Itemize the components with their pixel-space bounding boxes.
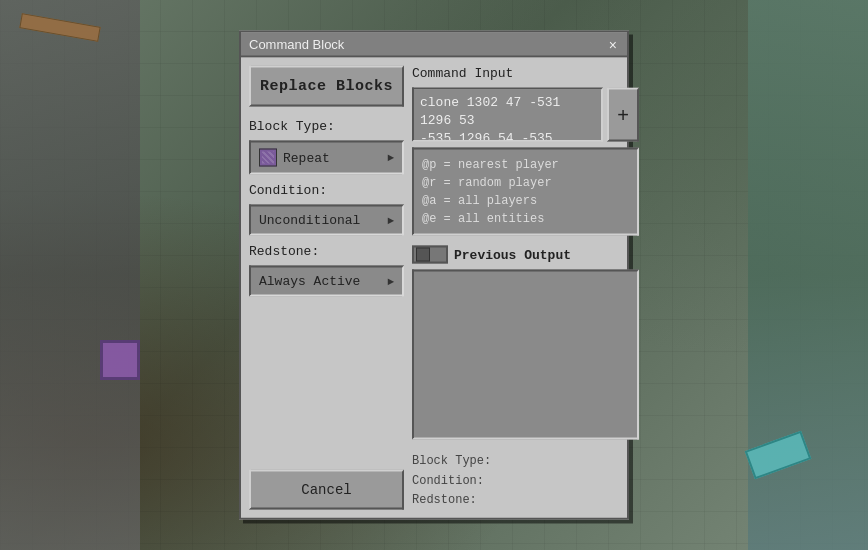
block-type-dropdown[interactable]: Repeat ► [249, 141, 404, 175]
condition-arrow-icon: ► [387, 214, 394, 226]
hint-line-1: @p = nearest player [422, 156, 629, 174]
dialog-body: Replace Blocks Block Type: Repeat ► Cond… [241, 58, 627, 518]
toggle-thumb [416, 248, 430, 262]
info-redstone: Redstone: [412, 490, 639, 509]
dialog-title: Command Block [249, 37, 344, 52]
command-input[interactable]: clone 1302 47 -531 1296 53 -535 1296 54 … [412, 88, 603, 142]
block-type-label-row: Repeat [259, 149, 330, 167]
command-block-dialog: Command Block × Replace Blocks Block Typ… [239, 31, 629, 520]
hint-line-4: @e = all entities [422, 210, 629, 228]
cancel-button[interactable]: Cancel [249, 470, 404, 510]
redstone-label: Redstone: [249, 244, 404, 259]
hint-line-3: @a = all players [422, 192, 629, 210]
command-input-label: Command Input [412, 66, 639, 81]
info-block-type: Block Type: [412, 452, 639, 471]
block-type-arrow-icon: ► [387, 152, 394, 164]
block-type-label: Block Type: [249, 119, 404, 134]
redstone-dropdown[interactable]: Always Active ► [249, 266, 404, 297]
replace-blocks-button[interactable]: Replace Blocks [249, 66, 404, 107]
left-panel: Replace Blocks Block Type: Repeat ► Cond… [249, 66, 404, 510]
output-box [412, 270, 639, 440]
condition-dropdown[interactable]: Unconditional ► [249, 205, 404, 236]
condition-value: Unconditional [259, 213, 360, 228]
redstone-arrow-icon: ► [387, 275, 394, 287]
hint-line-2: @r = random player [422, 174, 629, 192]
hints-box: @p = nearest player @r = random player @… [412, 148, 639, 236]
previous-output-label: Previous Output [454, 247, 571, 262]
command-input-row: clone 1302 47 -531 1296 53 -535 1296 54 … [412, 88, 639, 142]
right-panel: Command Input clone 1302 47 -531 1296 53… [412, 66, 639, 510]
block-type-value: Repeat [283, 150, 330, 165]
bg-left-wall [0, 0, 140, 550]
redstone-value: Always Active [259, 274, 360, 289]
plus-button[interactable]: + [607, 88, 639, 142]
bg-purple-block [100, 340, 140, 380]
dialog-titlebar: Command Block × [241, 33, 627, 58]
close-button[interactable]: × [607, 37, 619, 51]
info-lines: Block Type: Condition: Redstone: [412, 452, 639, 510]
previous-output-row: Previous Output [412, 246, 639, 264]
previous-output-toggle[interactable] [412, 246, 448, 264]
info-condition: Condition: [412, 471, 639, 490]
repeat-block-icon [259, 149, 277, 167]
condition-label: Condition: [249, 183, 404, 198]
